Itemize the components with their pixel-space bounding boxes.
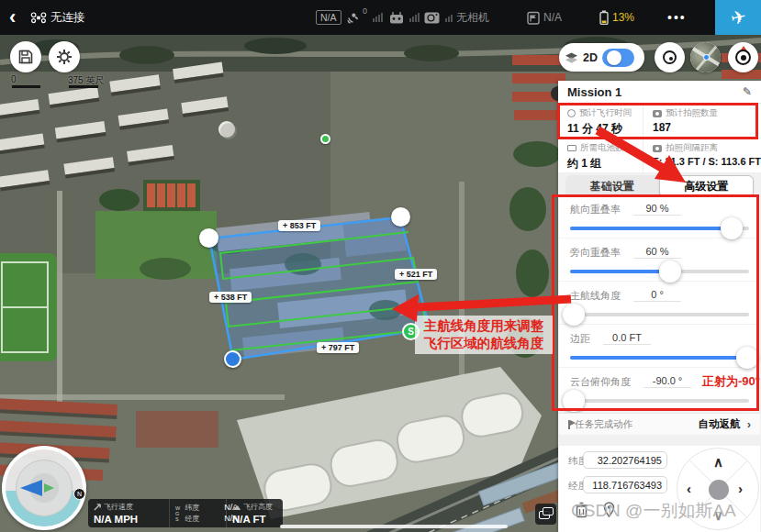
- side-overlap-slider[interactable]: [570, 270, 749, 273]
- finish-flag-icon: [568, 420, 570, 429]
- altitude-label: 飞行高度: [243, 502, 273, 512]
- lng-label: 经度: [185, 514, 199, 524]
- minimap-thumbnail: [690, 42, 721, 72]
- status-bar: ‹ 无连接 N/A 0: [0, 0, 761, 35]
- slider-knob[interactable]: [721, 217, 743, 239]
- slider-row-course-angle: 主航线角度0 °: [559, 282, 760, 325]
- camera-status-text: 无相机: [456, 10, 489, 26]
- tab-basic-settings[interactable]: 基础设置: [565, 175, 659, 197]
- slider-knob[interactable]: [563, 304, 585, 326]
- gps-status: 0: [345, 0, 383, 35]
- home-indicator[interactable]: [280, 525, 508, 528]
- slider-row-side-overlap: 旁向重叠率60 %: [559, 238, 760, 282]
- save-mission-button[interactable]: [10, 41, 41, 72]
- coordinates-card: 纬度 32.202764195 经度 118.716763493 ∧ ‹ › ∨: [559, 446, 760, 532]
- slider-row-forward-overlap: 航向重叠率90 %: [559, 195, 760, 238]
- compass-reset-button[interactable]: [728, 42, 758, 72]
- edge-label-right: + 521 FT: [395, 269, 437, 280]
- drone-icon: [30, 11, 47, 24]
- takeoff-button[interactable]: ✈: [715, 0, 761, 35]
- mission-stats: 预计飞行时间 11 分 47 秒 预计拍照数量 187 所需电池数 约 1 组 …: [558, 104, 761, 173]
- camera-icon: [424, 12, 440, 24]
- locate-button[interactable]: [655, 42, 685, 72]
- course-angle-slider[interactable]: [570, 313, 749, 316]
- tab-advanced-settings[interactable]: 高级设置: [659, 175, 755, 197]
- nudge-left-button[interactable]: ‹: [687, 481, 691, 496]
- battery-status: 13%: [599, 0, 634, 35]
- nudge-up-button[interactable]: ∧: [713, 454, 723, 471]
- remote-controller-icon: [389, 12, 404, 24]
- speed-icon: [94, 503, 102, 511]
- watermark-icons: [575, 502, 615, 518]
- edge-label-left: + 538 FT: [209, 292, 252, 303]
- gimbal-pitch-annotation: 正射为-90°: [702, 373, 760, 390]
- advanced-settings-card: 航向重叠率90 % 旁向重叠率60 % 主航线角度0 ° 边距0.0 FT 云台…: [559, 195, 760, 411]
- speed-label: 飞行速度: [104, 502, 133, 512]
- slider-row-margin: 边距0.0 FT: [559, 325, 760, 368]
- edge-label-top: + 853 FT: [278, 220, 320, 231]
- camera-signal-bars: [445, 13, 453, 22]
- map-type-button[interactable]: [535, 504, 556, 525]
- location-pin-icon: [603, 502, 615, 517]
- settings-tabs: 基础设置 高级设置: [565, 175, 754, 197]
- margin-slider[interactable]: [570, 356, 749, 360]
- polygon-corner-handle-selected[interactable]: [224, 350, 241, 368]
- latitude-input[interactable]: 32.202764195: [583, 451, 667, 469]
- annotation-text: 主航线角度用来调整 飞行区域的航线角度: [415, 316, 553, 354]
- gimbal-pitch-slider[interactable]: [570, 399, 749, 403]
- stat-photo-count: 预计拍照数量 187: [643, 104, 761, 139]
- airplane-icon: ✈: [728, 6, 747, 30]
- scale-zero-label: 0: [11, 74, 17, 84]
- nudge-dpad: ∧ ‹ › ∨: [677, 448, 759, 530]
- settings-button[interactable]: [49, 41, 80, 72]
- forward-overlap-slider[interactable]: [570, 227, 749, 230]
- chevron-right-icon: ›: [747, 417, 751, 431]
- polygon-corner-handle[interactable]: [391, 207, 410, 227]
- altitude-value: N/A FT: [232, 514, 277, 525]
- map-2d-toggle[interactable]: [602, 49, 634, 67]
- mission-header: Mission 1 ✎: [558, 81, 761, 104]
- compass-icon: [735, 50, 751, 65]
- map-mode-pill[interactable]: 2D: [559, 43, 644, 72]
- mission-title: Mission 1: [567, 85, 621, 99]
- connection-status: 无连接: [50, 10, 85, 26]
- nudge-right-button[interactable]: ›: [738, 481, 743, 496]
- battery-icon: [567, 145, 576, 151]
- minimap-button[interactable]: [690, 42, 721, 72]
- slider-knob[interactable]: [563, 390, 585, 412]
- aircraft-heading-icon: [20, 480, 42, 496]
- satellite-icon: [345, 11, 359, 24]
- gps-count: 0: [363, 6, 367, 16]
- rc-signal-status: [389, 0, 420, 35]
- stat-flight-time: 预计飞行时间 11 分 47 秒: [558, 104, 643, 139]
- speed-value: N/A MPH: [94, 514, 163, 525]
- wgs-label: WGS: [175, 505, 180, 522]
- rc-signal-bars: [409, 13, 420, 22]
- attitude-compass: N: [2, 446, 86, 530]
- trash-icon: [575, 502, 588, 518]
- stat-battery-count: 所需电池数 约 1 组: [558, 139, 643, 173]
- slider-knob[interactable]: [736, 347, 758, 369]
- edit-mission-icon[interactable]: ✎: [743, 85, 752, 98]
- nudge-down-button[interactable]: ∨: [713, 507, 723, 524]
- longitude-input[interactable]: 118.716763493: [583, 476, 667, 493]
- altitude-icon: [232, 504, 241, 511]
- back-button[interactable]: ‹: [9, 0, 16, 35]
- telemetry-bar: 飞行速度 N/A MPH WGS 纬度N/A 经度N/A 飞行高度 N/A FT: [88, 499, 283, 527]
- slider-knob[interactable]: [659, 260, 681, 283]
- north-badge: N: [73, 488, 85, 500]
- edge-label-bottom: + 797 FT: [317, 342, 359, 353]
- rc-mode-value: N/A: [543, 11, 562, 24]
- more-menu-button[interactable]: •••: [667, 0, 687, 35]
- poi-marker[interactable]: [320, 134, 330, 144]
- save-icon: [17, 49, 34, 65]
- aircraft-status[interactable]: 无连接: [30, 0, 85, 35]
- camera-icon: [653, 110, 662, 117]
- locate-icon: [663, 50, 677, 64]
- rc-mode-status: N/A: [527, 0, 562, 35]
- app-root: 0 375 英尺 + 853 FT + 521 FT + 538 FT + 79…: [0, 0, 761, 532]
- finish-action-label: 任务完成动作: [575, 418, 632, 431]
- polygon-corner-handle[interactable]: [199, 228, 218, 248]
- finish-action-row[interactable]: 任务完成动作 自动返航 ›: [559, 413, 760, 435]
- dpad-center-button[interactable]: [709, 480, 729, 500]
